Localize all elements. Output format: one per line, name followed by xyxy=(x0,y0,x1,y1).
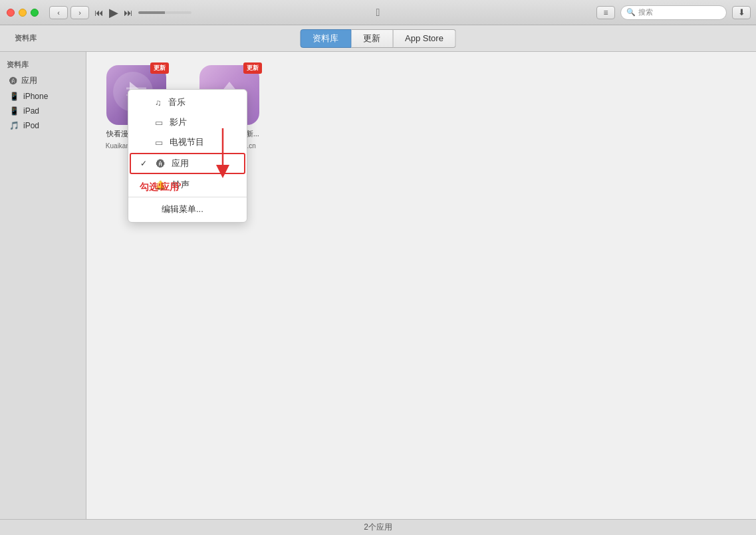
titlebar-center:  xyxy=(376,7,380,19)
sidebar-item-iphone[interactable]: 📱 iPhone xyxy=(0,89,86,104)
kuaikan-update-badge: 更新 xyxy=(150,62,169,74)
back-button[interactable]: ‹ xyxy=(49,6,68,19)
tab-appstore[interactable]: App Store xyxy=(393,29,456,48)
fast-forward-button[interactable]: ⏭ xyxy=(124,7,133,18)
status-text: 2个应用 xyxy=(364,522,392,533)
sidebar-section-label: 资料库 xyxy=(8,31,43,46)
statusbar: 2个应用 xyxy=(0,519,756,535)
apps-label: 应用 xyxy=(172,158,189,169)
download-button[interactable]: ⬇ xyxy=(732,6,751,19)
maximize-button[interactable] xyxy=(31,9,39,17)
menu-divider xyxy=(128,197,247,197)
movies-icon: ▭ xyxy=(155,118,163,128)
tv-label: 电视节目 xyxy=(170,136,204,148)
volume-slider[interactable] xyxy=(138,11,191,14)
iphone-icon: 📱 xyxy=(9,92,19,101)
forward-button[interactable]: › xyxy=(70,6,89,19)
minimize-button[interactable] xyxy=(19,9,27,17)
autohome-update-badge: 更新 xyxy=(243,62,262,74)
apple-logo:  xyxy=(376,7,380,19)
music-label: 音乐 xyxy=(168,96,186,108)
movies-label: 影片 xyxy=(170,116,187,128)
sidebar-header: 资料库 xyxy=(0,57,86,72)
annotation-text: 勾选'应用' xyxy=(140,181,182,193)
content-area: 更新 快看漫画-看高清... Kuaikanshijie (Beiji... 更… xyxy=(86,52,756,519)
tab-updates[interactable]: 更新 xyxy=(351,29,393,48)
titlebar-right: ≡ 🔍 搜索 ⬇ xyxy=(596,5,751,20)
play-button[interactable]: ▶ xyxy=(109,5,118,20)
sidebar-item-apps[interactable]: 🅐 应用 xyxy=(0,72,86,89)
menu-item-edit[interactable]: 编辑菜单... xyxy=(128,199,247,219)
search-box[interactable]: 🔍 搜索 xyxy=(620,5,727,20)
tv-icon: ▭ xyxy=(155,138,163,148)
transport-controls: ⏮ ▶ ⏭ xyxy=(94,5,133,20)
sidebar-item-ipad[interactable]: 📱 iPad xyxy=(0,104,86,118)
menu-item-music[interactable]: ♫ 音乐 xyxy=(128,92,247,112)
main-layout: 资料库 🅐 应用 📱 iPhone 📱 iPad 🎵 iPod xyxy=(0,52,756,519)
search-icon: 🔍 xyxy=(626,8,636,17)
tab-group: 资料库 更新 App Store xyxy=(300,29,456,48)
titlebar: ‹ › ⏮ ▶ ⏭  ≡ 🔍 搜索 ⬇ xyxy=(0,0,756,25)
sidebar: 资料库 🅐 应用 📱 iPhone 📱 iPad 🎵 iPod xyxy=(0,52,86,519)
apps-check: ✓ xyxy=(140,159,150,168)
ipad-icon: 📱 xyxy=(9,106,19,116)
sidebar-item-ipod[interactable]: 🎵 iPod xyxy=(0,118,86,133)
nav-controls: ‹ › xyxy=(49,6,89,19)
apps-icon: 🅐 xyxy=(9,76,17,86)
navbar: 资料库 资料库 更新 App Store xyxy=(0,25,756,52)
grid-view-button[interactable]: ≡ xyxy=(596,6,615,19)
search-placeholder: 搜索 xyxy=(638,7,653,17)
annotation-arrow xyxy=(209,128,249,184)
music-icon: ♫ xyxy=(155,98,162,108)
rewind-button[interactable]: ⏮ xyxy=(94,7,104,18)
apps-menu-icon: 🅐 xyxy=(156,159,165,169)
tab-library[interactable]: 资料库 xyxy=(300,29,351,48)
traffic-lights xyxy=(7,9,39,17)
close-button[interactable] xyxy=(7,9,15,17)
ipod-icon: 🎵 xyxy=(9,121,19,130)
edit-label: 编辑菜单... xyxy=(162,203,203,215)
